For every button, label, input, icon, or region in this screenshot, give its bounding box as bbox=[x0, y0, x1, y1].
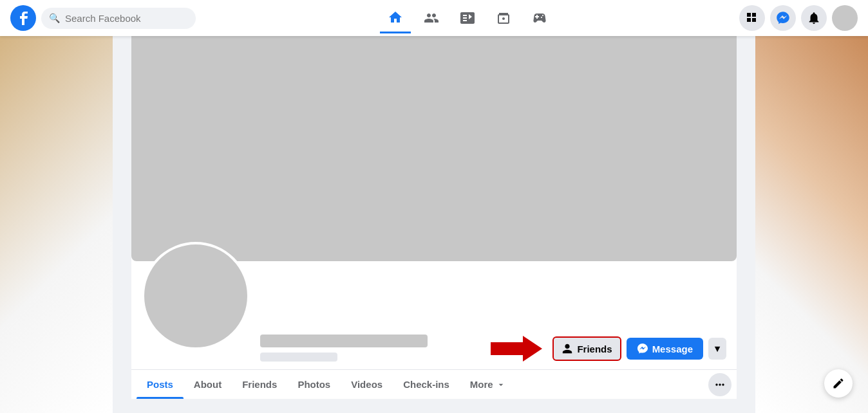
navbar-left: 🔍 bbox=[10, 5, 196, 31]
nav-home-button[interactable] bbox=[380, 3, 411, 33]
profile-text bbox=[250, 335, 491, 369]
messenger-button[interactable] bbox=[770, 5, 796, 31]
tab-more[interactable]: More bbox=[460, 370, 516, 399]
edit-icon bbox=[832, 377, 845, 390]
tab-posts[interactable]: Posts bbox=[137, 370, 184, 399]
more-actions-button[interactable]: ▾ bbox=[708, 338, 726, 360]
chevron-down-icon bbox=[496, 380, 506, 390]
navbar: 🔍 bbox=[0, 0, 868, 36]
profile-tabs: Posts About Friends Photos Videos Check-… bbox=[131, 369, 737, 399]
chevron-down-icon: ▾ bbox=[715, 343, 720, 354]
person-icon bbox=[561, 343, 573, 354]
watch-icon bbox=[460, 10, 475, 26]
arrow-annotation bbox=[491, 336, 542, 362]
notifications-button[interactable] bbox=[801, 5, 827, 31]
red-arrow-icon bbox=[491, 336, 542, 362]
nav-watch-button[interactable] bbox=[452, 3, 483, 33]
avatar-wrapper bbox=[142, 242, 250, 350]
ellipsis-icon bbox=[713, 378, 726, 391]
nav-gaming-button[interactable] bbox=[524, 3, 555, 33]
nav-marketplace-button[interactable] bbox=[488, 3, 519, 33]
tab-ellipsis-button[interactable] bbox=[708, 373, 731, 396]
navbar-center bbox=[196, 3, 739, 33]
tab-checkins[interactable]: Check-ins bbox=[393, 370, 460, 399]
profile-avatar bbox=[142, 242, 250, 350]
navbar-right bbox=[739, 5, 858, 31]
friends-icon bbox=[424, 10, 439, 26]
bell-icon bbox=[807, 11, 821, 25]
message-button[interactable]: Message bbox=[627, 338, 703, 360]
friends-btn-label: Friends bbox=[577, 344, 612, 354]
tab-videos[interactable]: Videos bbox=[341, 370, 393, 399]
friends-button[interactable]: Friends bbox=[552, 336, 621, 361]
profile-actions: Friends Message ▾ bbox=[491, 336, 726, 369]
svg-marker-1 bbox=[491, 336, 542, 362]
nav-friends-button[interactable] bbox=[416, 3, 447, 33]
search-input[interactable] bbox=[65, 13, 181, 24]
grid-menu-button[interactable] bbox=[739, 5, 765, 31]
profile-sub-placeholder bbox=[260, 353, 337, 362]
search-bar[interactable]: 🔍 bbox=[41, 8, 196, 29]
messenger-small-icon bbox=[637, 343, 648, 354]
cover-photo bbox=[131, 36, 737, 261]
cover-wrapper: Friends Message ▾ Posts About bbox=[0, 36, 868, 399]
gaming-icon bbox=[532, 10, 547, 26]
profile-info-bar: Friends Message ▾ bbox=[131, 261, 737, 369]
search-icon: 🔍 bbox=[49, 13, 60, 23]
avatar[interactable] bbox=[832, 5, 858, 31]
tab-about[interactable]: About bbox=[184, 370, 232, 399]
marketplace-icon bbox=[496, 10, 511, 26]
tab-photos[interactable]: Photos bbox=[287, 370, 341, 399]
messenger-icon bbox=[776, 11, 790, 25]
profile-name-placeholder bbox=[260, 335, 428, 347]
page-content: Friends Message ▾ Posts About bbox=[0, 0, 868, 413]
edit-fab-button[interactable] bbox=[824, 369, 853, 398]
grid-icon bbox=[746, 12, 759, 24]
profile-body: Intro Posts Filters bbox=[131, 409, 737, 413]
home-icon bbox=[388, 10, 403, 25]
facebook-logo-icon[interactable] bbox=[10, 5, 36, 31]
message-btn-label: Message bbox=[652, 344, 693, 354]
tab-friends[interactable]: Friends bbox=[232, 370, 287, 399]
